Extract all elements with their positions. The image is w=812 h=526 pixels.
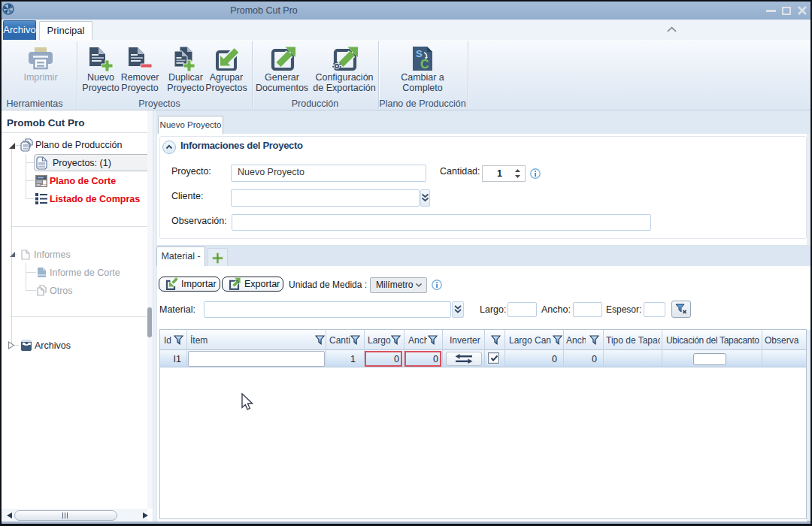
- svg-text:C: C: [420, 58, 429, 71]
